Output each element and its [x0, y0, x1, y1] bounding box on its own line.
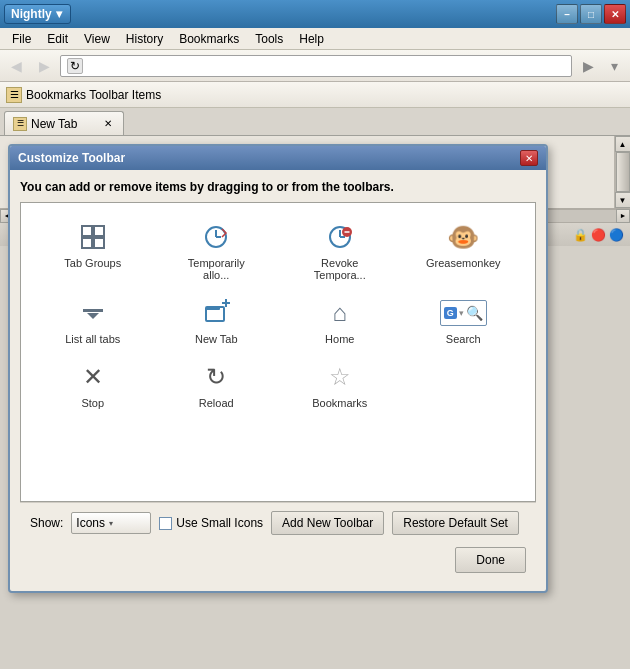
bookmarks-bar-icon: ☰	[6, 87, 22, 103]
toolbar-items-grid: Tab Groups	[21, 203, 535, 427]
maximize-button[interactable]: □	[580, 4, 602, 24]
svg-rect-12	[83, 309, 103, 312]
search-icon: G ▾ 🔍	[447, 297, 479, 329]
dialog-title: Customize Toolbar	[18, 151, 125, 165]
back-button[interactable]: ◀	[4, 54, 28, 78]
stop-label: Stop	[81, 397, 104, 409]
tab-groups-icon	[77, 221, 109, 253]
customize-toolbar-dialog: Customize Toolbar ✕ You can add or remov…	[8, 144, 548, 593]
new-tab-tab[interactable]: ☰ New Tab ✕	[4, 111, 124, 135]
menu-edit[interactable]: Edit	[39, 30, 76, 48]
address-bar[interactable]: ↻	[60, 55, 572, 77]
tab-groups-label: Tab Groups	[64, 257, 121, 269]
new-tab-label: New Tab	[195, 333, 238, 345]
show-label: Show:	[30, 516, 63, 530]
search-label: Search	[446, 333, 481, 345]
menu-view[interactable]: View	[76, 30, 118, 48]
status-icon-blue[interactable]: 🔵	[608, 227, 624, 243]
nav-end: ▶ ▾	[576, 54, 626, 78]
toolbar-item-bookmarks[interactable]: ☆ Bookmarks	[278, 353, 402, 417]
status-icon-lock[interactable]: 🔒	[572, 227, 588, 243]
toolbar-item-tab-groups[interactable]: Tab Groups	[31, 213, 155, 289]
svg-rect-2	[82, 238, 92, 248]
title-bar-left: Nightly ▾	[4, 4, 71, 24]
revoke-temp-label: Revoke Tempora...	[300, 257, 380, 281]
stop-icon: ✕	[77, 361, 109, 393]
scroll-right-button[interactable]: ►	[616, 209, 630, 223]
small-icons-label: Use Small Icons	[176, 516, 263, 530]
svg-marker-13	[87, 313, 99, 319]
toolbar-item-stop[interactable]: ✕ Stop	[31, 353, 155, 417]
bookmarks-bar-label: Bookmarks Toolbar Items	[26, 88, 161, 102]
dialog-footer: Show: Icons ▾ Use Small Icons Add New To…	[20, 502, 536, 543]
small-icons-checkbox-area: Use Small Icons	[159, 516, 263, 530]
nav-arrow-down[interactable]: ▾	[602, 54, 626, 78]
reload-button[interactable]: ↻	[67, 58, 83, 74]
toolbar-item-temp-allow[interactable]: Temporarily allo...	[155, 213, 279, 289]
tab-close-button[interactable]: ✕	[101, 117, 115, 131]
right-scrollbar: ▲ ▼	[614, 136, 630, 208]
menu-file[interactable]: File	[4, 30, 39, 48]
reload-icon: ↻	[200, 361, 232, 393]
bookmarks-item-label: Bookmarks	[312, 397, 367, 409]
toolbar-item-search[interactable]: G ▾ 🔍 Search	[402, 289, 526, 353]
toolbar-item-new-tab[interactable]: New Tab	[155, 289, 279, 353]
restore-default-button[interactable]: Restore Default Set	[392, 511, 519, 535]
home-icon: ⌂	[324, 297, 356, 329]
title-bar: Nightly ▾ – □ ✕	[0, 0, 630, 28]
menu-tools[interactable]: Tools	[247, 30, 291, 48]
close-button[interactable]: ✕	[604, 4, 626, 24]
show-dropdown[interactable]: Icons ▾	[71, 512, 151, 534]
reload-label: Reload	[199, 397, 234, 409]
dialog-title-bar: Customize Toolbar ✕	[10, 146, 546, 170]
scroll-thumb[interactable]	[616, 152, 630, 192]
nightly-button[interactable]: Nightly ▾	[4, 4, 71, 24]
dialog-body: You can add or remove items by dragging …	[10, 170, 546, 591]
svg-rect-1	[94, 226, 104, 236]
revoke-temp-icon	[324, 221, 356, 253]
toolbar-item-reload[interactable]: ↻ Reload	[155, 353, 279, 417]
status-icon-red[interactable]: 🔴	[590, 227, 606, 243]
scroll-track	[615, 152, 631, 192]
list-all-tabs-label: List all tabs	[65, 333, 120, 345]
status-right: 🔒 🔴 🔵	[572, 227, 624, 243]
toolbar-item-revoke-temp[interactable]: Revoke Tempora...	[278, 213, 402, 289]
add-new-toolbar-button[interactable]: Add New Toolbar	[271, 511, 384, 535]
nav-arrow-right[interactable]: ▶	[576, 54, 600, 78]
menu-bar: File Edit View History Bookmarks Tools H…	[0, 28, 630, 50]
forward-button[interactable]: ▶	[32, 54, 56, 78]
menu-bookmarks[interactable]: Bookmarks	[171, 30, 247, 48]
toolbar-items-container[interactable]: Tab Groups	[20, 202, 536, 502]
main-content: Customize Toolbar ✕ You can add or remov…	[0, 136, 614, 208]
app-name: Nightly	[11, 7, 52, 21]
done-button[interactable]: Done	[455, 547, 526, 573]
tab-label: New Tab	[31, 117, 77, 131]
bookmarks-item-icon: ☆	[324, 361, 356, 393]
home-label: Home	[325, 333, 354, 345]
dialog-close-button[interactable]: ✕	[520, 150, 538, 166]
greasemonkey-label: Greasemonkey	[426, 257, 501, 269]
dialog-instruction: You can add or remove items by dragging …	[20, 180, 536, 194]
menu-help[interactable]: Help	[291, 30, 332, 48]
show-dropdown-arrow: ▾	[109, 519, 113, 528]
temp-allow-label: Temporarily allo...	[176, 257, 256, 281]
window-controls: – □ ✕	[556, 4, 626, 24]
show-value: Icons	[76, 516, 105, 530]
greasemonkey-icon: 🐵	[447, 221, 479, 253]
minimize-button[interactable]: –	[556, 4, 578, 24]
nightly-dropdown-arrow: ▾	[56, 7, 62, 21]
nav-bar: ◀ ▶ ↻ ▶ ▾	[0, 50, 630, 82]
dialog-overlay: Customize Toolbar ✕ You can add or remov…	[0, 136, 614, 208]
small-icons-checkbox[interactable]	[159, 517, 172, 530]
done-area: Done	[20, 543, 536, 581]
scroll-down-button[interactable]: ▼	[615, 192, 631, 208]
scroll-up-button[interactable]: ▲	[615, 136, 631, 152]
toolbar-item-list-all-tabs[interactable]: List all tabs	[31, 289, 155, 353]
new-tab-icon	[200, 297, 232, 329]
menu-history[interactable]: History	[118, 30, 171, 48]
list-all-tabs-icon	[77, 297, 109, 329]
svg-rect-0	[82, 226, 92, 236]
toolbar-item-home[interactable]: ⌂ Home	[278, 289, 402, 353]
toolbar-item-greasemonkey[interactable]: 🐵 Greasemonkey	[402, 213, 526, 289]
svg-rect-3	[94, 238, 104, 248]
